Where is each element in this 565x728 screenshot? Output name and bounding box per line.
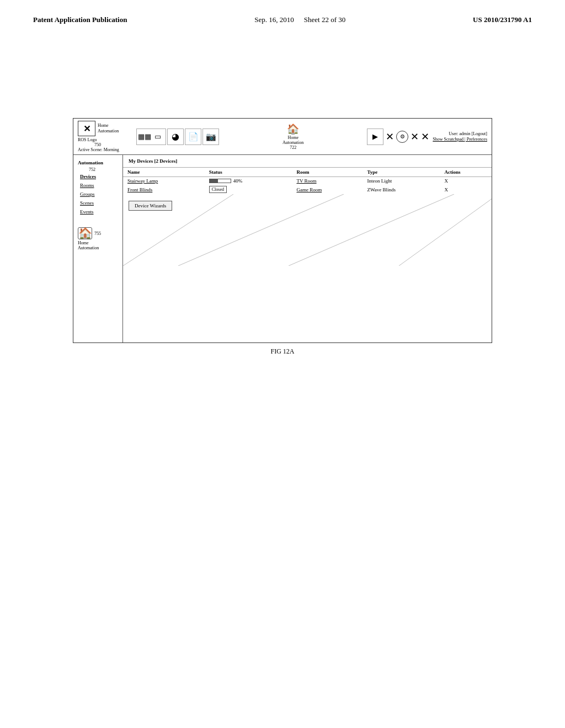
- logo-section: Home Automation ROS Logo 750 Active Scen…: [78, 121, 133, 152]
- sidebar-title: Automation: [73, 158, 122, 167]
- svg-line-2: [289, 194, 454, 266]
- col-room: Room: [292, 168, 363, 177]
- sidebar-label-752: 752: [73, 167, 122, 172]
- device-wizards-button[interactable]: Device Wizards: [129, 201, 172, 211]
- x-icon-1[interactable]: ✕: [386, 131, 394, 143]
- wizards-section: Device Wizards: [129, 200, 172, 211]
- page-header: Patent Application Publication Sep. 16, …: [0, 0, 565, 30]
- label-722: 722: [290, 145, 296, 150]
- home-auto-center-icon: 🏠: [287, 123, 299, 135]
- sidebar-item-events[interactable]: Events: [73, 207, 122, 216]
- user-info: User: admin [Logout]: [449, 131, 487, 136]
- active-scene: Active Scene: Morning: [78, 147, 119, 152]
- header-center: Sep. 16, 2010 Sheet 22 of 30: [254, 15, 345, 24]
- label-750: 750: [94, 142, 101, 147]
- main-content: Home Automation ROS Logo 750 Active Scen…: [0, 30, 565, 356]
- devices-table: Name Status Room Type Actions Stairway L…: [123, 168, 492, 194]
- toolbar-icons: ▦▦ ▭ ◕ 📄 📷: [136, 123, 429, 150]
- patent-number: US 2010/231790 A1: [473, 15, 532, 24]
- svg-line-3: [399, 194, 492, 266]
- svg-line-1: [178, 194, 344, 266]
- icon-group-4: 📷: [202, 129, 219, 145]
- sidebar-home-icon: 🏠: [78, 227, 92, 239]
- user-section: User: admin [Logout] Show Scratchpad | P…: [433, 131, 487, 142]
- sidebar-item-scenes[interactable]: Scenes: [73, 199, 122, 207]
- sidebar-item-devices[interactable]: Devices: [73, 172, 122, 181]
- ros-logo: [78, 121, 95, 136]
- decoration-area: Device Wizards: [123, 194, 492, 266]
- device-room-1[interactable]: TV Room: [292, 177, 363, 185]
- sidebar-home-label: Home: [78, 240, 89, 245]
- device-status-2: Closed: [205, 185, 292, 194]
- devices-count: My Devices [2 Devices]: [129, 158, 177, 164]
- icon-group-play: ▶: [367, 129, 383, 145]
- table-row: Stairway Lamp 40% TV Room Inteon Light: [123, 177, 492, 185]
- home-automation-label-left2: Automation: [98, 129, 119, 134]
- device-name-2[interactable]: Front Blinds: [123, 185, 205, 194]
- scratchpad-link[interactable]: Show Scratchpad | Preferences: [433, 137, 487, 142]
- figure-container: Home Automation ROS Logo 750 Active Scen…: [73, 118, 492, 356]
- icon-group-3: 📄: [185, 129, 201, 145]
- play-icon[interactable]: ▶: [369, 131, 381, 143]
- figure-label: FIG 12A: [270, 343, 294, 356]
- col-actions: Actions: [440, 168, 492, 177]
- sidebar-item-rooms[interactable]: Rooms: [73, 181, 122, 190]
- camera-icon[interactable]: 📷: [205, 131, 217, 143]
- col-name: Name: [123, 168, 205, 177]
- diagonal-svg: [123, 194, 492, 266]
- device-status-1: 40%: [205, 177, 292, 185]
- document-icon[interactable]: 📄: [187, 131, 199, 143]
- device-name-1[interactable]: Stairway Lamp: [123, 177, 205, 185]
- devices-header: My Devices [2 Devices]: [123, 155, 492, 168]
- home-auto-center-label2: Automation: [282, 140, 303, 145]
- sidebar-item-groups[interactable]: Groups: [73, 190, 122, 199]
- sheet-info: Sheet 22 of 30: [304, 15, 345, 24]
- x-icon-3[interactable]: ✕: [421, 131, 429, 143]
- device-room-2[interactable]: Game Room: [292, 185, 363, 194]
- grid-icon[interactable]: ▦▦: [138, 131, 151, 143]
- ui-mockup: Home Automation ROS Logo 750 Active Scen…: [73, 118, 492, 343]
- toolbar: Home Automation ROS Logo 750 Active Scen…: [73, 119, 492, 155]
- center-section: 🏠 Home Automation 722: [276, 123, 310, 150]
- ros-logo-label: ROS Logo: [78, 137, 97, 142]
- col-status: Status: [205, 168, 292, 177]
- icon-group-1: ▦▦ ▭: [136, 129, 166, 145]
- sidebar-bottom: 🏠 755 Home Automation: [73, 222, 122, 256]
- device-action-2[interactable]: X: [440, 185, 492, 194]
- main-layout: Automation 752 Devices Rooms Groups Scen…: [73, 155, 492, 342]
- settings-circle-icon[interactable]: ⚙: [396, 131, 408, 143]
- device-action-1[interactable]: X: [440, 177, 492, 185]
- col-type: Type: [363, 168, 440, 177]
- icon-group-2: ◕: [167, 129, 184, 145]
- sidebar: Automation 752 Devices Rooms Groups Scen…: [73, 155, 123, 342]
- table-row: Front Blinds Closed Game Room ZWave Blin…: [123, 185, 492, 194]
- sidebar-automation-label: Automation: [78, 245, 99, 250]
- device-type-2: ZWave Blinds: [363, 185, 440, 194]
- device-type-1: Inteon Light: [363, 177, 440, 185]
- home-automation-label-left: Home: [98, 123, 119, 129]
- pub-date: Sep. 16, 2010: [254, 15, 294, 24]
- toolbar-right-icons: ▶ ✕ ⚙ ✕ ✕: [367, 129, 429, 145]
- content-area: My Devices [2 Devices] Name Status Room …: [123, 155, 492, 342]
- x-icon-2[interactable]: ✕: [411, 131, 419, 143]
- table-header-row: Name Status Room Type Actions: [123, 168, 492, 177]
- panel-icon[interactable]: ▭: [152, 131, 164, 143]
- home-auto-center-label: Home: [287, 135, 299, 140]
- sidebar-label-755: 755: [94, 231, 101, 236]
- publication-label: Patent Application Publication: [33, 15, 127, 24]
- dial-icon[interactable]: ◕: [169, 131, 182, 143]
